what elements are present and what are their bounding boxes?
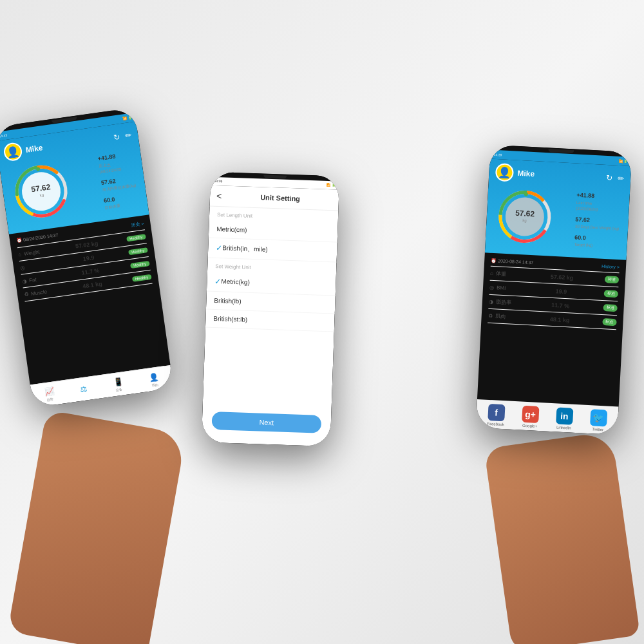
option-british-stlb[interactable]: British(st:lb) xyxy=(205,309,335,332)
edit-icon[interactable]: ✏ xyxy=(124,131,132,140)
phone3-history[interactable]: History > xyxy=(601,264,620,270)
twitter-label: Twitter xyxy=(592,427,603,431)
check-metric-kg: ✓ xyxy=(214,277,221,286)
phone1-stats: +41.88 距上次 (08/24/2020) 57.62 30天内最佳体重(k… xyxy=(97,149,139,211)
svg-text:57.62: 57.62 xyxy=(515,209,535,219)
phone3-header-icons: ↻ ✏ xyxy=(606,173,625,183)
phone1-time: 14:43 xyxy=(0,133,7,138)
phone3-muscle-icon: ♻ xyxy=(488,313,493,319)
phone3-weight-icon: ⌂ xyxy=(490,270,493,276)
back-button[interactable]: < xyxy=(216,191,222,201)
phone1-username: Mike xyxy=(25,143,43,155)
svg-text:kg: kg xyxy=(39,193,44,198)
linkedin-label: LinkedIn xyxy=(556,426,571,430)
phone1-history[interactable]: 历史 > xyxy=(131,221,144,229)
phone-3: 14:39 📶 🔋 👤 Mike ↻ ✏ xyxy=(476,145,632,435)
phone3-fat-icon: ◑ xyxy=(489,299,493,305)
unit-setting-screen: < Unit Setting Set Length Unit Metric(cm… xyxy=(202,185,339,447)
check-british-mile: ✓ xyxy=(216,243,222,252)
twitter-icon: 🐦 xyxy=(590,409,607,426)
fat-icon: ◑ xyxy=(22,278,27,284)
refresh-icon[interactable]: ↻ xyxy=(113,132,121,142)
phone3-metrics-section: ⏰ 2020-08-24 14:37 History > ⌂ 体重 57.62 … xyxy=(481,252,627,332)
scene: 14:43 📶 🔋 👤 Mike ↻ ✏ xyxy=(0,0,644,644)
twitter-share[interactable]: 🐦 Twitter xyxy=(589,409,607,431)
phone-2: 14:09 📶 🔋 < Unit Setting Set Length Unit… xyxy=(202,172,340,447)
nav-scale[interactable]: ⚖ xyxy=(80,384,88,395)
linkedin-icon: in xyxy=(556,407,573,424)
phone2-time: 14:09 xyxy=(214,179,223,183)
facebook-label: Facebook xyxy=(487,422,504,426)
next-button[interactable]: Next xyxy=(211,412,321,433)
phone1-gauge: 57.62 kg xyxy=(8,158,74,224)
linkedin-share[interactable]: in LinkedIn xyxy=(555,407,573,430)
phone3-refresh-icon[interactable]: ↻ xyxy=(606,173,613,183)
weight-icon: ⌂ xyxy=(18,251,22,258)
phone1-avatar: 👤 xyxy=(3,142,23,162)
phone3-avatar: 👤 xyxy=(495,163,514,182)
phone3-gauge: 57.62 kg xyxy=(495,186,556,247)
phone3-app-header: 👤 Mike ↻ ✏ xyxy=(485,159,631,260)
phone1-bottom-nav: 📈 趋势 ⚖ 📱 设备 👤 我的 xyxy=(30,365,174,408)
phone3-stats: +41.88 Last time (2020/08/24) 57.62 30-D… xyxy=(574,191,621,251)
googleplus-label: Google+ xyxy=(522,424,537,428)
facebook-share[interactable]: f Facebook xyxy=(487,404,505,426)
googleplus-share[interactable]: g+ Google+ xyxy=(521,406,539,428)
phone3-time: 14:39 xyxy=(494,153,502,157)
phone3-edit-icon[interactable]: ✏ xyxy=(618,174,625,184)
nav-profile[interactable]: 👤 我的 xyxy=(148,372,160,387)
phone1-header-icons: ↻ ✏ xyxy=(113,131,133,142)
social-share-bar: f Facebook g+ Google+ in LinkedIn 🐦 Twit… xyxy=(476,399,619,435)
phone3-username: Mike xyxy=(517,169,535,178)
googleplus-icon: g+ xyxy=(522,406,539,423)
nav-trend[interactable]: 📈 趋势 xyxy=(44,386,55,402)
bmi-icon: ◎ xyxy=(20,264,25,270)
nav-device[interactable]: 📱 设备 xyxy=(113,377,124,392)
svg-text:kg: kg xyxy=(522,218,527,222)
facebook-icon: f xyxy=(488,404,505,421)
unit-title: Unit Setting xyxy=(228,193,332,204)
phone-1: 14:43 📶 🔋 👤 Mike ↻ ✏ xyxy=(0,108,174,408)
phone3-bmi-icon: ◎ xyxy=(489,285,494,290)
muscle-icon: ♻ xyxy=(23,291,28,298)
